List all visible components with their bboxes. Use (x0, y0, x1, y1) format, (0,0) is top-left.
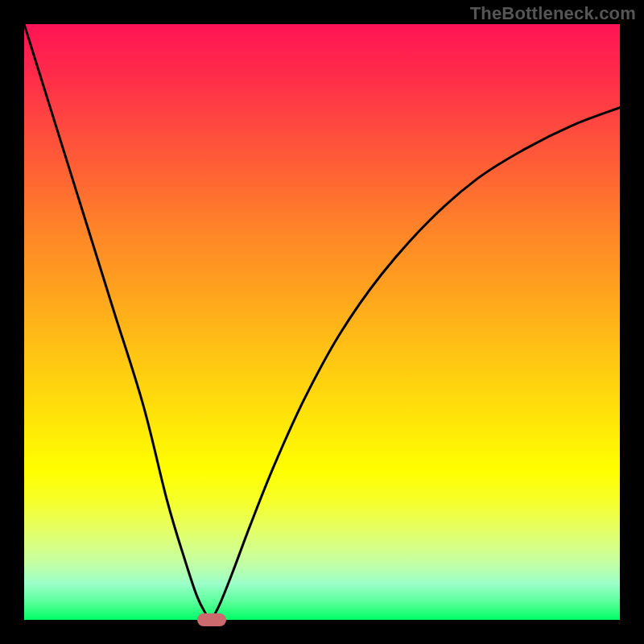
plot-area (24, 24, 620, 620)
curve-svg (24, 24, 620, 620)
curve-right-branch (212, 108, 620, 620)
chart-frame: TheBottleneck.com (0, 0, 644, 644)
minimum-marker (197, 613, 226, 626)
curve-left-branch (24, 24, 212, 620)
attribution-text: TheBottleneck.com (470, 3, 636, 24)
